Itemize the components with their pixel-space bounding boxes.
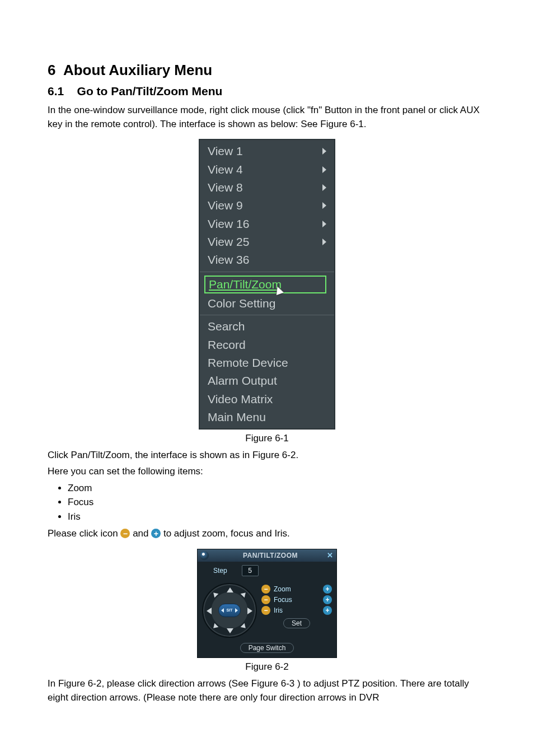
menu-item[interactable]: View 4: [204, 161, 330, 179]
menu-item[interactable]: Record: [204, 336, 330, 354]
bullet-item: Zoom: [68, 481, 486, 496]
chevron-right-icon: [235, 608, 238, 613]
menu-item-label: View 1: [208, 143, 243, 159]
bullet-item: Focus: [68, 495, 486, 510]
heading-2: 6.1 Go to Pan/Tilt/Zoom Menu: [48, 85, 486, 98]
page-switch-button[interactable]: Page Switch: [240, 643, 294, 653]
section-title: About Auxiliary Menu: [63, 62, 212, 78]
heading-1: 6 About Auxiliary Menu: [48, 62, 486, 79]
menu-item-ptz-label: Pan/Tilt/Zoom: [209, 278, 282, 291]
submenu-arrow-icon: [322, 221, 326, 227]
bullet-item: Iris: [68, 510, 486, 524]
post-fig1-text-a: Click Pan/Tilt/Zoom, the interface is sh…: [48, 449, 486, 463]
icons-sentence-c: to adjust zoom, focus and Iris.: [163, 528, 290, 539]
menu-item[interactable]: View 16: [204, 215, 330, 233]
ptz-titlebar-icon: [200, 551, 209, 560]
menu-item[interactable]: Main Menu: [204, 408, 330, 426]
icons-sentence-a: Please click icon: [48, 528, 120, 539]
minus-icon: [120, 529, 130, 538]
arrow-right[interactable]: [247, 608, 252, 614]
arrow-up-right[interactable]: [241, 590, 248, 598]
plus-button[interactable]: +: [323, 606, 332, 615]
submenu-arrow-icon: [322, 166, 326, 173]
dpad-center-button[interactable]: SIT: [218, 604, 241, 617]
step-label: Step: [213, 567, 227, 575]
menu-item-label: Record: [208, 337, 246, 353]
menu-item[interactable]: View 9: [204, 197, 330, 214]
arrow-up-left[interactable]: [212, 590, 219, 598]
ptz-control-label: Zoom: [274, 585, 320, 593]
menu-item[interactable]: Search: [204, 318, 330, 335]
menu-item-label: View 4: [208, 162, 243, 178]
dpad-center-label: SIT: [227, 608, 233, 612]
menu-item-label: View 9: [208, 198, 243, 213]
plus-button[interactable]: +: [323, 585, 332, 594]
context-menu: View 1View 4View 8View 9View 16View 25Vi…: [199, 139, 335, 430]
post-fig2-text: In Figure 6-2, please click direction ar…: [48, 677, 486, 704]
submenu-arrow-icon: [322, 184, 326, 191]
post-fig1-text-b: Here you can set the following items:: [48, 465, 486, 479]
icons-sentence: Please click icon and to adjust zoom, fo…: [48, 527, 486, 541]
ptz-control-row: −Focus+: [261, 595, 332, 604]
minus-button[interactable]: −: [261, 585, 270, 594]
menu-item-label: View 36: [208, 252, 249, 268]
arrow-down-right[interactable]: [241, 623, 248, 630]
menu-item[interactable]: Video Matrix: [204, 390, 330, 408]
menu-item-label: Alarm Output: [208, 373, 277, 389]
menu-item[interactable]: Remote Device: [204, 354, 330, 372]
minus-button[interactable]: −: [261, 606, 270, 615]
minus-button[interactable]: −: [261, 595, 270, 604]
ptz-control-label: Focus: [274, 596, 320, 604]
arrow-down-left[interactable]: [212, 623, 219, 630]
bullet-list: ZoomFocusIris: [48, 481, 486, 524]
menu-item-label: View 25: [208, 234, 249, 250]
menu-item-label: View 16: [208, 216, 249, 232]
figure-caption-1: Figure 6-1: [48, 433, 486, 444]
menu-item[interactable]: View 8: [204, 179, 330, 197]
plus-icon: [151, 529, 161, 538]
ptz-control-row: −Iris+: [261, 606, 332, 615]
section-number: 6: [48, 62, 55, 78]
menu-item-ptz[interactable]: Pan/Tilt/Zoom: [204, 274, 330, 295]
plus-button[interactable]: +: [323, 595, 332, 604]
ptz-titlebar: PAN/TILT/ZOOM ✕: [198, 549, 336, 562]
menu-item-color-setting[interactable]: Color Setting: [204, 295, 330, 312]
set-button[interactable]: Set: [283, 618, 310, 628]
chevron-left-icon: [221, 608, 224, 613]
arrow-left[interactable]: [207, 608, 212, 614]
menu-item[interactable]: View 1: [204, 142, 330, 160]
direction-pad: SIT: [202, 583, 257, 638]
menu-item-label: Remote Device: [208, 355, 288, 371]
subsection-title: Go to Pan/Tilt/Zoom Menu: [77, 85, 223, 97]
arrow-up[interactable]: [227, 587, 233, 592]
menu-item[interactable]: View 36: [204, 251, 330, 269]
ptz-control-row: −Zoom+: [261, 585, 332, 594]
close-button[interactable]: ✕: [326, 552, 334, 559]
menu-item-label: Main Menu: [208, 409, 266, 425]
menu-item-label: View 8: [208, 180, 243, 195]
menu-item-label: Color Setting: [208, 296, 275, 311]
intro-paragraph: In the one-window surveillance mode, rig…: [48, 104, 486, 131]
arrow-down[interactable]: [227, 628, 233, 633]
figure-caption-2: Figure 6-2: [48, 661, 486, 673]
ptz-control-label: Iris: [274, 606, 320, 614]
menu-item[interactable]: View 25: [204, 233, 330, 251]
submenu-arrow-icon: [322, 202, 326, 209]
submenu-arrow-icon: [322, 239, 326, 245]
ptz-title-text: PAN/TILT/ZOOM: [214, 552, 326, 559]
ptz-panel: PAN/TILT/ZOOM ✕ Step 5: [197, 549, 337, 658]
step-input[interactable]: 5: [242, 565, 259, 576]
menu-item-label: Search: [208, 319, 245, 334]
subsection-number: 6.1: [48, 85, 64, 97]
menu-item[interactable]: Alarm Output: [204, 372, 330, 390]
icons-sentence-b: and: [133, 528, 151, 539]
submenu-arrow-icon: [322, 148, 326, 155]
menu-item-label: Video Matrix: [208, 391, 273, 407]
